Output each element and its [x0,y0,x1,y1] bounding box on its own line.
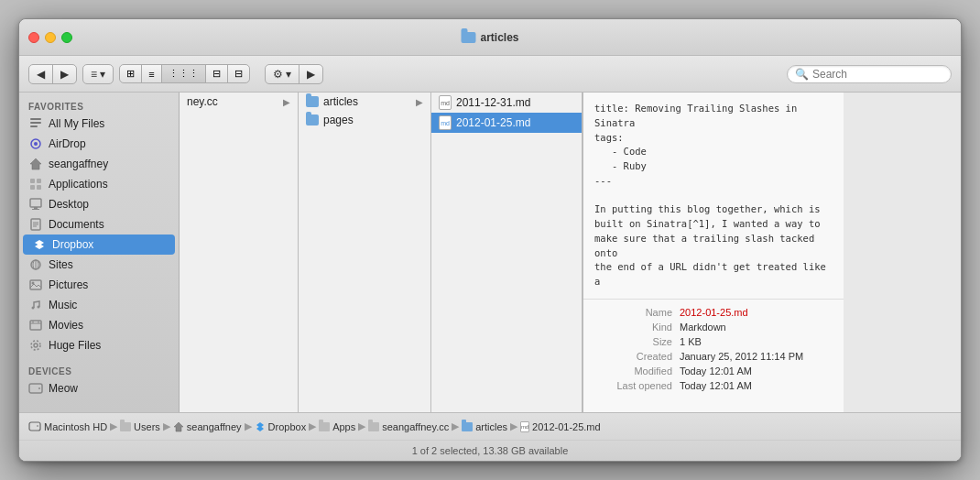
svg-marker-5 [30,158,41,169]
view-column-button[interactable]: ⋮⋮⋮ [162,65,206,82]
meta-size-value: 1 KB [680,336,702,347]
md-file-icon: md [439,95,452,110]
sidebar-item-movies[interactable]: Movies [19,315,179,335]
finder-window: articles ◀ ▶ ≡ ▾ ⊞ ≡ ⋮⋮⋮ ⊟ ⊟ ⚙ ▾ ▶ 🔍 [18,18,962,462]
folder-path-icon [120,422,131,431]
path-item-dropbox[interactable]: Dropbox [255,421,307,432]
file-item-articles[interactable]: articles ▶ [299,93,430,111]
path-item-2012-01-25-md[interactable]: md 2012-01-25.md [520,421,601,432]
favorites-section-label: FAVORITES [19,98,179,114]
svg-rect-9 [37,185,41,190]
sidebar-item-huge-files[interactable]: Huge Files [19,335,179,355]
meta-last-opened-value: Today 12:01 AM [680,380,752,391]
view-coverflow-button[interactable]: ⊟ [206,65,228,82]
column-3: md 2011-12-31.md md 2012-01-25.md [431,93,583,412]
file-item-neycc[interactable]: ney.cc ▶ [180,93,298,111]
sidebar-item-pictures[interactable]: Pictures [19,275,179,295]
svg-rect-10 [30,199,41,207]
search-input[interactable] [812,68,943,81]
sidebar-item-label: All My Files [49,117,104,130]
path-item-users[interactable]: Users [120,421,160,432]
svg-rect-11 [34,207,38,209]
view-path-button[interactable]: ⊟ [228,65,249,82]
meta-modified-value: Today 12:01 AM [680,365,752,376]
home-icon [28,157,43,171]
sidebar-item-label: seangaffney [49,158,108,170]
file-item-2011-12-31[interactable]: md 2011-12-31.md [431,93,582,113]
back-button[interactable]: ◀ [29,65,53,83]
svg-rect-7 [37,179,41,183]
sidebar-item-applications[interactable]: Applications [19,174,179,194]
nav-button-group: ◀ ▶ [28,64,77,84]
sidebar-item-desktop[interactable]: Desktop [19,194,179,214]
sidebar-item-label: AirDrop [49,137,86,150]
sidebar-item-documents[interactable]: Documents [19,214,179,235]
search-icon: 🔍 [795,68,809,81]
view-list-button[interactable]: ≡ [142,65,161,82]
svg-point-35 [37,425,38,427]
svg-point-24 [32,307,35,310]
file-item-2012-01-25[interactable]: md 2012-01-25.md [431,113,582,133]
traffic-lights [28,32,72,43]
file-browser: ney.cc ▶ articles ▶ pages [180,93,961,412]
meta-created-label: Created [594,351,672,362]
path-item-apps[interactable]: Apps [319,421,355,432]
close-button[interactable] [28,32,39,43]
maximize-button[interactable] [61,32,72,43]
path-sep: ▶ [510,420,517,432]
view-icon-button[interactable]: ⊞ [120,65,142,82]
meta-name-value: 2012-01-25.md [680,307,748,318]
svg-marker-18 [35,244,44,249]
sidebar-item-seangaffney[interactable]: seangaffney [19,154,179,174]
svg-rect-2 [30,125,38,127]
path-item-articles[interactable]: articles [462,421,507,432]
sidebar-item-airdrop[interactable]: AirDrop [19,134,179,154]
svg-rect-26 [30,321,41,330]
svg-point-33 [38,387,40,389]
svg-rect-0 [30,118,41,120]
folder-path-icon [462,422,473,431]
meta-kind-row: Kind Markdown [594,322,833,333]
path-sep: ▶ [110,420,117,432]
folder-blue-icon [306,115,319,125]
svg-rect-12 [32,209,39,210]
preview-pane: title: Removing Trailing Slashes in Sina… [583,93,844,412]
meta-size-label: Size [594,336,672,347]
sidebar-item-meow[interactable]: Meow [19,378,179,398]
svg-point-4 [34,142,38,146]
path-item-macintosh-hd[interactable]: Macintosh HD [28,421,107,432]
sidebar-item-label: Sites [49,258,73,271]
svg-rect-8 [30,185,35,190]
column-2: articles ▶ pages [299,93,431,412]
svg-rect-34 [29,422,40,431]
minimize-button[interactable] [45,32,56,43]
md-file-selected-icon: md [439,115,452,130]
meta-name-row: Name 2012-01-25.md [594,307,833,318]
sidebar-item-music[interactable]: Music [19,295,179,315]
path-item-seangaffney-cc[interactable]: seangaffney.cc [368,421,449,432]
forward-button[interactable]: ▶ [53,65,76,83]
home-path-icon [173,421,184,432]
meta-created-row: Created January 25, 2012 11:14 PM [594,351,833,362]
folder-path-icon [319,422,330,431]
sidebar-item-label: Dropbox [52,238,93,251]
airdrop-icon [28,136,43,151]
sidebar-item-sites[interactable]: Sites [19,255,179,275]
svg-point-30 [34,344,38,347]
svg-point-31 [31,341,40,350]
applications-icon [28,177,43,191]
action-button[interactable]: ⚙ ▾ [266,65,299,83]
sidebar-item-all-my-files[interactable]: All My Files [19,114,179,134]
share-button[interactable]: ▶ [299,65,322,83]
dropbox-icon [32,237,47,252]
arrange-button[interactable]: ≡ ▾ [83,65,113,83]
preview-text-content: title: Removing Trailing Slashes in Sina… [583,93,844,300]
meta-kind-value: Markdown [680,322,726,333]
search-box[interactable]: 🔍 [787,65,952,83]
meta-modified-label: Modified [594,365,672,376]
path-item-seangaffney[interactable]: seangaffney [173,421,242,432]
sidebar-item-dropbox[interactable]: Dropbox [23,235,175,255]
file-item-pages[interactable]: pages [299,111,430,129]
sidebar-item-label: Applications [49,178,108,191]
meta-last-opened-row: Last opened Today 12:01 AM [594,380,833,391]
